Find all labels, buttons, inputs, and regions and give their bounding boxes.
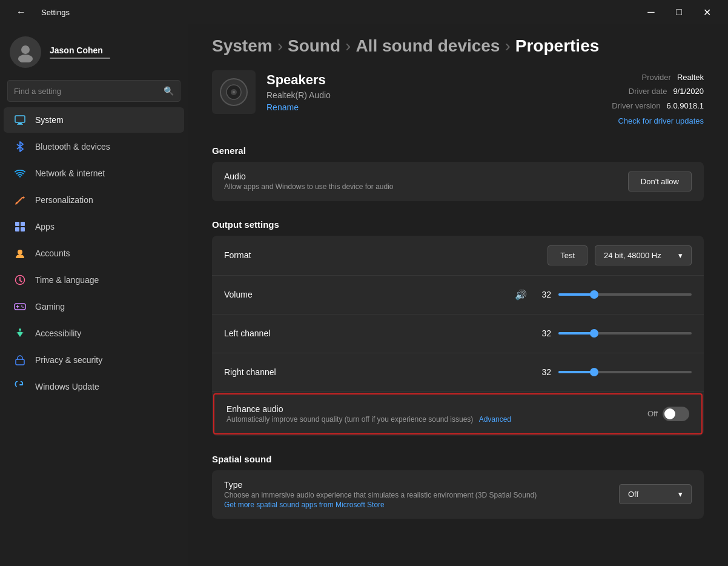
- svg-point-15: [19, 328, 21, 331]
- audio-row-left: Audio Allow apps and Windows to use this…: [224, 171, 628, 191]
- sidebar-label-apps: Apps: [35, 222, 55, 231]
- spatial-type-subtitle: Choose an immersive audio experience tha…: [224, 491, 619, 499]
- sidebar-item-accounts[interactable]: Accounts: [4, 241, 184, 266]
- volume-label: Volume: [224, 290, 515, 299]
- dont-allow-button[interactable]: Don't allow: [628, 171, 692, 191]
- breadcrumb-all-sound[interactable]: All sound devices: [356, 36, 500, 56]
- sep-2: ›: [345, 36, 351, 56]
- device-info: Speakers Realtek(R) Audio Rename: [266, 72, 331, 113]
- maximize-button[interactable]: □: [665, 2, 693, 22]
- volume-thumb[interactable]: [590, 290, 598, 299]
- audio-row-right: Don't allow: [628, 171, 692, 191]
- device-name: Speakers: [266, 72, 331, 88]
- breadcrumb-sound[interactable]: Sound: [288, 36, 340, 56]
- format-chevron-icon: ▾: [678, 251, 683, 260]
- volume-icon: 🔊: [515, 289, 527, 301]
- svg-point-20: [233, 91, 235, 93]
- spatial-type-label: Type: [224, 480, 619, 490]
- search-icon-button[interactable]: 🔍: [164, 86, 174, 96]
- test-button[interactable]: Test: [548, 245, 587, 265]
- enhance-toggle-wrapper: Off: [647, 407, 689, 421]
- sidebar-item-privacy[interactable]: Privacy & security: [4, 347, 184, 373]
- user-underline: [50, 58, 110, 59]
- breadcrumb-current: Properties: [515, 36, 600, 56]
- enhance-label: Enhance audio: [227, 404, 647, 414]
- left-channel-row: Left channel 32: [212, 315, 704, 353]
- sidebar-item-network[interactable]: Network & internet: [4, 161, 184, 186]
- general-section-title: General: [212, 145, 704, 156]
- volume-value: 32: [537, 290, 551, 299]
- enhance-subtitle: Automatically improve sound quality (tur…: [227, 415, 647, 424]
- sidebar-label-accounts: Accounts: [35, 248, 70, 258]
- volume-fill: [558, 293, 594, 296]
- right-channel-slider[interactable]: [558, 371, 692, 373]
- sep-3: ›: [505, 36, 510, 56]
- back-icon: ←: [16, 7, 26, 18]
- sidebar-item-gaming[interactable]: Gaming: [4, 294, 184, 319]
- right-track: [558, 371, 692, 373]
- left-thumb[interactable]: [590, 329, 598, 338]
- format-row-left: Format: [224, 250, 548, 260]
- format-row: Format Test 24 bit, 48000 Hz ▾: [212, 236, 704, 276]
- driver-version-label: Driver version: [612, 99, 660, 113]
- enhance-toggle[interactable]: [663, 407, 689, 421]
- audio-subtitle: Allow apps and Windows to use this devic…: [224, 182, 628, 191]
- sidebar: Jason Cohen 🔍 System Bluetooth & devices: [0, 24, 188, 566]
- svg-point-0: [21, 45, 30, 54]
- sidebar-item-apps[interactable]: Apps: [4, 214, 184, 239]
- device-left: Speakers Realtek(R) Audio Rename: [212, 70, 331, 114]
- update-icon: [13, 380, 27, 393]
- sidebar-item-time[interactable]: Time & language: [4, 267, 184, 293]
- advanced-link[interactable]: Advanced: [479, 415, 511, 424]
- store-link[interactable]: Get more spatial sound apps from Microso…: [224, 501, 619, 509]
- volume-track: [558, 293, 692, 296]
- format-label: Format: [224, 250, 548, 260]
- sidebar-item-system[interactable]: System: [4, 107, 184, 133]
- audio-row: Audio Allow apps and Windows to use this…: [212, 162, 704, 201]
- device-subtitle: Realtek(R) Audio: [266, 90, 331, 100]
- left-channel-right: 32: [537, 328, 692, 338]
- minimize-button[interactable]: ─: [637, 2, 665, 22]
- volume-row: Volume 🔊 32: [212, 276, 704, 315]
- svg-point-14: [22, 307, 24, 308]
- left-value: 32: [537, 328, 551, 338]
- sidebar-item-bluetooth[interactable]: Bluetooth & devices: [4, 134, 184, 159]
- spatial-type-value: Off: [628, 490, 638, 499]
- enhance-right: Off: [647, 407, 689, 421]
- enhance-state-label: Off: [647, 409, 658, 418]
- search-box: 🔍: [7, 80, 180, 102]
- left-channel-slider[interactable]: [558, 332, 692, 335]
- breadcrumb-system[interactable]: System: [212, 36, 273, 56]
- breadcrumb: System › Sound › All sound devices › Pro…: [212, 36, 704, 56]
- sidebar-item-accessibility[interactable]: Accessibility: [4, 321, 184, 346]
- volume-slider[interactable]: [558, 293, 692, 296]
- general-card: Audio Allow apps and Windows to use this…: [212, 162, 704, 201]
- check-driver-link[interactable]: Check for driver updates: [612, 114, 704, 128]
- sidebar-item-personalization[interactable]: Personalization: [4, 187, 184, 213]
- sidebar-label-personalization: Personalization: [35, 195, 93, 205]
- spatial-type-right: Off ▾: [619, 484, 692, 504]
- back-button[interactable]: ←: [7, 2, 35, 22]
- format-row-right: Test 24 bit, 48000 Hz ▾: [548, 245, 692, 265]
- user-section: Jason Cohen: [0, 24, 188, 78]
- format-dropdown[interactable]: 24 bit, 48000 Hz ▾: [595, 245, 692, 265]
- sidebar-label-system: System: [35, 115, 64, 125]
- svg-rect-16: [16, 359, 24, 365]
- device-header: Speakers Realtek(R) Audio Rename Provide…: [212, 70, 704, 128]
- right-value: 32: [537, 367, 551, 377]
- spatial-type-dropdown[interactable]: Off ▾: [619, 484, 692, 504]
- svg-point-5: [19, 176, 21, 177]
- app-container: Jason Cohen 🔍 System Bluetooth & devices: [0, 24, 728, 566]
- spatial-sound-card: Type Choose an immersive audio experienc…: [212, 470, 704, 519]
- svg-rect-4: [17, 124, 23, 125]
- close-button[interactable]: ✕: [693, 2, 721, 22]
- format-value: 24 bit, 48000 Hz: [604, 251, 661, 260]
- right-thumb[interactable]: [590, 368, 598, 376]
- right-channel-label: Right channel: [224, 367, 537, 377]
- svg-rect-6: [15, 222, 19, 226]
- right-fill: [558, 371, 594, 373]
- user-name: Jason Cohen: [50, 45, 110, 55]
- search-input[interactable]: [14, 87, 164, 96]
- rename-link[interactable]: Rename: [266, 102, 299, 112]
- sidebar-item-update[interactable]: Windows Update: [4, 374, 184, 399]
